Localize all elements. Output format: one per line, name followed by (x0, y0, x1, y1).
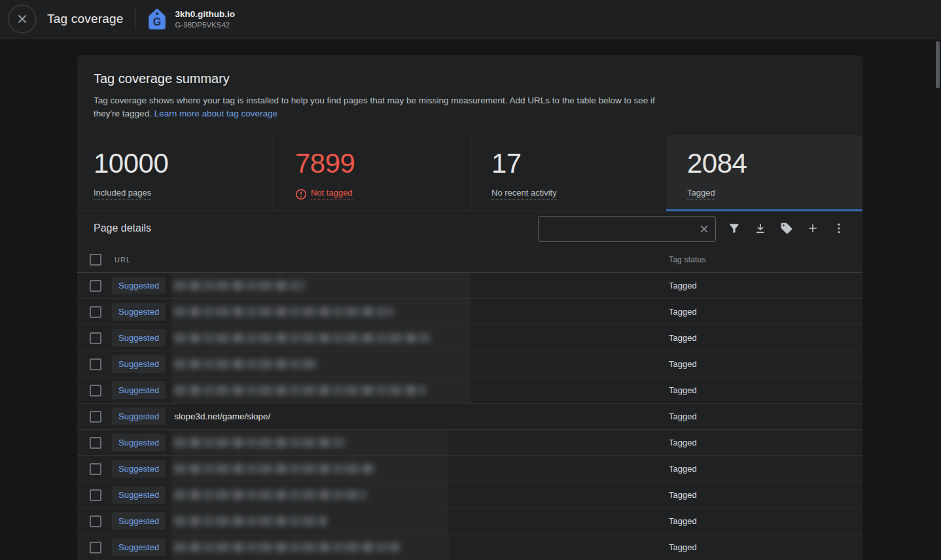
table-row: Suggested Tagged (77, 273, 862, 299)
stat-label: No recent activity (491, 188, 557, 200)
filter-icon (728, 222, 741, 235)
search-box (538, 216, 716, 242)
redacted-url-blur (174, 438, 346, 447)
stat-cell-no-recent-activity[interactable]: 17 No recent activity (470, 135, 666, 211)
tag-status-value: Tagged (669, 542, 697, 552)
property-name: 3kh0.github.io (175, 9, 235, 19)
row-checkbox[interactable] (90, 332, 101, 344)
suggested-link[interactable]: Suggested (112, 303, 166, 321)
stat-label: Included pages (94, 188, 151, 200)
tag-status-value: Tagged (669, 464, 697, 474)
row-checkbox[interactable] (90, 359, 101, 370)
suggested-link[interactable]: Suggested (112, 512, 166, 530)
stat-value: 17 (491, 148, 666, 179)
topbar-divider (135, 9, 135, 29)
redacted-url-blur (174, 385, 426, 395)
row-checkbox[interactable] (90, 489, 101, 501)
toolbar-icons (721, 215, 852, 241)
tag-status-column-header: Tag status (669, 255, 706, 264)
label-icon (780, 222, 793, 235)
topbar: Tag coverage G 3kh0.github.io G-98DP5VKS… (0, 0, 941, 39)
summary-description: Tag coverage shows where your tag is ins… (94, 94, 676, 120)
row-checkbox[interactable] (90, 516, 101, 527)
row-checkbox[interactable] (90, 280, 101, 292)
redacted-url-blur (174, 307, 393, 317)
suggested-link[interactable]: Suggested (112, 408, 166, 425)
stat-label-text: Tagged (687, 188, 715, 200)
warning-icon (295, 188, 307, 200)
filter-button[interactable] (721, 215, 747, 241)
stat-cell-tagged[interactable]: 2084 Tagged (666, 135, 862, 211)
suggested-link[interactable]: Suggested (112, 355, 166, 373)
page-title: Tag coverage (47, 12, 123, 26)
page-details-title: Page details (94, 222, 151, 234)
table-row: Suggested Tagged (77, 482, 862, 508)
suggested-link[interactable]: Suggested (112, 538, 166, 556)
download-icon (754, 222, 767, 235)
row-checkbox[interactable] (90, 463, 101, 475)
stat-label-text: Not tagged (311, 188, 353, 200)
table-row: Suggested Tagged (77, 534, 862, 560)
tag-status-value: Tagged (669, 411, 697, 421)
table-row: Suggested slope3d.net/game/slope/ Tagged (77, 404, 862, 430)
more-vert-icon (832, 222, 845, 235)
add-icon (806, 222, 819, 235)
row-checkbox[interactable] (90, 437, 101, 449)
redacted-url-blur (174, 281, 305, 290)
table-header: URL Tag status (77, 247, 862, 273)
redacted-url-blur (174, 464, 376, 474)
page-details-toolbar: Page details (77, 211, 862, 247)
redacted-url-blur (174, 359, 318, 369)
tag-status-value: Tagged (669, 490, 697, 500)
row-checkbox[interactable] (90, 385, 101, 396)
close-icon (16, 13, 28, 25)
clear-search-button[interactable] (693, 217, 715, 241)
stat-label-text: No recent activity (491, 188, 557, 200)
table-row: Suggested Tagged (77, 325, 862, 351)
scrollbar-thumb[interactable] (936, 41, 940, 88)
clear-icon (699, 224, 709, 234)
more-button[interactable] (826, 215, 852, 241)
tag-status-value: Tagged (669, 516, 697, 526)
suggested-link[interactable]: Suggested (112, 381, 166, 399)
tag-status-value: Tagged (669, 438, 697, 447)
redacted-url-blur (174, 490, 366, 500)
table-row: Suggested Tagged (77, 351, 862, 377)
property-info: G 3kh0.github.io G-98DP5VKS42 (148, 9, 235, 30)
learn-more-link[interactable]: Learn more about tag coverage (154, 109, 277, 118)
stat-label: Tagged (687, 188, 715, 200)
table-row: Suggested Tagged (77, 456, 862, 482)
table-body: Suggested Tagged Suggested Tagged Sugges… (77, 273, 862, 560)
tag-status-value: Tagged (669, 281, 697, 290)
table-row: Suggested Tagged (77, 508, 862, 534)
stats-strip: 10000 Included pages 7899 (77, 135, 862, 211)
download-button[interactable] (747, 215, 773, 241)
table-row: Suggested Tagged (77, 299, 862, 325)
row-checkbox[interactable] (90, 306, 101, 318)
tag-status-value: Tagged (669, 385, 697, 395)
url-column-header: URL (115, 256, 131, 264)
stat-cell-not-tagged[interactable]: 7899 Not tagged (274, 135, 470, 211)
suggested-link[interactable]: Suggested (112, 277, 166, 294)
property-id: G-98DP5VKS42 (175, 21, 235, 29)
suggested-link[interactable]: Suggested (112, 329, 166, 347)
property-texts: 3kh0.github.io G-98DP5VKS42 (175, 9, 235, 29)
url-text: slope3d.net/game/slope/ (174, 411, 270, 421)
redacted-url-blur (174, 516, 327, 526)
add-button[interactable] (800, 215, 826, 241)
label-button[interactable] (773, 215, 800, 241)
row-checkbox[interactable] (90, 411, 101, 423)
table-row: Suggested Tagged (77, 430, 862, 456)
stat-value: 7899 (295, 148, 470, 179)
stat-cell-included-pages[interactable]: 10000 Included pages (77, 135, 274, 211)
row-checkbox[interactable] (90, 542, 101, 553)
suggested-link[interactable]: Suggested (112, 486, 166, 504)
suggested-link[interactable]: Suggested (112, 460, 166, 478)
search-input[interactable] (539, 217, 693, 241)
svg-text:G: G (153, 16, 161, 27)
close-button[interactable] (8, 5, 37, 33)
suggested-link[interactable]: Suggested (112, 434, 166, 451)
stat-label-text: Included pages (94, 188, 151, 200)
tag-status-value: Tagged (669, 333, 697, 343)
select-all-checkbox[interactable] (90, 254, 101, 266)
